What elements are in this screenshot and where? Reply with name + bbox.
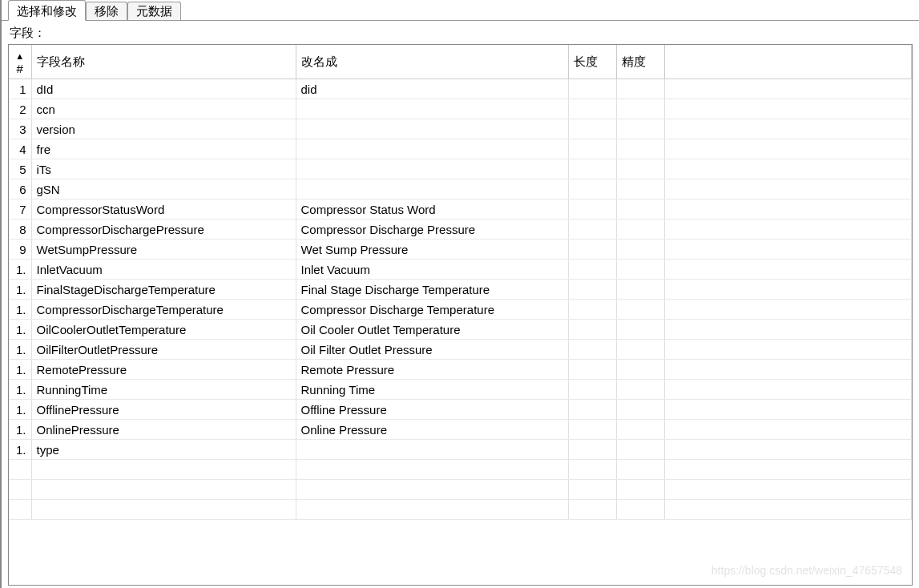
table-row[interactable]: 1.FinalStageDischargeTemperatureFinal St… [9,280,912,300]
cell-field-name[interactable]: InletVacuum [31,260,296,280]
cell-empty[interactable] [664,500,912,520]
cell-length[interactable] [568,260,616,280]
table-row[interactable]: 1dIddid [9,79,912,99]
cell-length[interactable] [568,360,616,380]
table-row[interactable]: 8CompressorDischargePressureCompressor D… [9,219,912,240]
table-row-empty[interactable] [9,480,912,500]
cell-length[interactable] [568,280,616,300]
cell-field-name[interactable]: version [31,119,296,139]
cell-length[interactable] [568,300,616,320]
table-row[interactable]: 9WetSumpPressureWet Sump Pressure [9,240,912,260]
cell-extra[interactable] [664,380,912,400]
cell-index[interactable]: 5 [9,159,31,179]
cell-rename-to[interactable]: Compressor Discharge Temperature [296,300,568,320]
cell-precision[interactable] [616,320,664,340]
cell-length[interactable] [568,199,616,219]
cell-length[interactable] [568,440,616,460]
cell-empty[interactable] [296,460,568,480]
cell-length[interactable] [568,179,616,199]
cell-field-name[interactable]: RunningTime [31,380,296,400]
cell-rename-to[interactable] [296,139,568,159]
column-header-index[interactable]: ▲ # [9,45,31,79]
cell-index[interactable]: 7 [9,199,31,219]
cell-empty[interactable] [616,500,664,520]
table-row[interactable]: 3version [9,119,912,139]
cell-length[interactable] [568,320,616,340]
cell-empty[interactable] [664,460,912,480]
cell-length[interactable] [568,99,616,119]
cell-empty[interactable] [616,480,664,500]
cell-field-name[interactable]: CompressorDischargePressure [31,219,296,240]
cell-extra[interactable] [664,199,912,219]
cell-index[interactable]: 1. [9,380,31,400]
cell-empty[interactable] [568,460,616,480]
cell-index[interactable]: 1. [9,280,31,300]
cell-empty[interactable] [9,500,31,520]
cell-precision[interactable] [616,440,664,460]
cell-length[interactable] [568,219,616,240]
cell-length[interactable] [568,400,616,420]
cell-extra[interactable] [664,300,912,320]
cell-extra[interactable] [664,139,912,159]
cell-length[interactable] [568,420,616,440]
cell-field-name[interactable]: fre [31,139,296,159]
cell-precision[interactable] [616,420,664,440]
cell-rename-to[interactable]: Running Time [296,380,568,400]
cell-precision[interactable] [616,360,664,380]
table-row[interactable]: 1.CompressorDischargeTemperatureCompress… [9,300,912,320]
cell-rename-to[interactable]: Oil Filter Outlet Pressure [296,340,568,360]
cell-field-name[interactable]: OilFilterOutletPressure [31,340,296,360]
table-row[interactable]: 1.OilCoolerOutletTemperatureOil Cooler O… [9,320,912,340]
cell-precision[interactable] [616,280,664,300]
cell-rename-to[interactable]: Compressor Discharge Pressure [296,219,568,240]
cell-length[interactable] [568,139,616,159]
cell-precision[interactable] [616,340,664,360]
cell-field-name[interactable]: RemotePressure [31,360,296,380]
cell-extra[interactable] [664,240,912,260]
cell-extra[interactable] [664,99,912,119]
cell-extra[interactable] [664,320,912,340]
table-row[interactable]: 1.OfflinePressureOffline Pressure [9,400,912,420]
table-row-empty[interactable] [9,500,912,520]
cell-index[interactable]: 1 [9,79,31,99]
cell-extra[interactable] [664,280,912,300]
cell-length[interactable] [568,380,616,400]
table-row[interactable]: 2ccn [9,99,912,119]
cell-field-name[interactable]: iTs [31,159,296,179]
cell-precision[interactable] [616,79,664,99]
cell-rename-to[interactable] [296,119,568,139]
cell-extra[interactable] [664,119,912,139]
cell-field-name[interactable]: OnlinePressure [31,420,296,440]
cell-precision[interactable] [616,139,664,159]
cell-field-name[interactable]: WetSumpPressure [31,240,296,260]
column-header-length[interactable]: 长度 [568,45,616,79]
cell-empty[interactable] [31,480,296,500]
cell-precision[interactable] [616,199,664,219]
cell-field-name[interactable]: CompressorStatusWord [31,199,296,219]
cell-empty[interactable] [568,480,616,500]
cell-rename-to[interactable] [296,159,568,179]
column-header-rename-to[interactable]: 改名成 [296,45,568,79]
cell-precision[interactable] [616,240,664,260]
cell-extra[interactable] [664,420,912,440]
cell-extra[interactable] [664,219,912,240]
cell-field-name[interactable]: ccn [31,99,296,119]
cell-empty[interactable] [616,460,664,480]
cell-field-name[interactable]: OfflinePressure [31,400,296,420]
cell-empty[interactable] [568,500,616,520]
cell-field-name[interactable]: FinalStageDischargeTemperature [31,280,296,300]
table-row[interactable]: 6gSN [9,179,912,199]
cell-length[interactable] [568,340,616,360]
cell-rename-to[interactable]: Online Pressure [296,420,568,440]
cell-index[interactable]: 6 [9,179,31,199]
cell-rename-to[interactable]: Compressor Status Word [296,199,568,219]
cell-precision[interactable] [616,119,664,139]
tab-2[interactable]: 元数据 [127,2,181,20]
cell-field-name[interactable]: dId [31,79,296,99]
cell-precision[interactable] [616,179,664,199]
table-row[interactable]: 1.RemotePressureRemote Pressure [9,360,912,380]
cell-extra[interactable] [664,400,912,420]
cell-precision[interactable] [616,400,664,420]
table-row[interactable]: 1.OnlinePressureOnline Pressure [9,420,912,440]
cell-precision[interactable] [616,159,664,179]
